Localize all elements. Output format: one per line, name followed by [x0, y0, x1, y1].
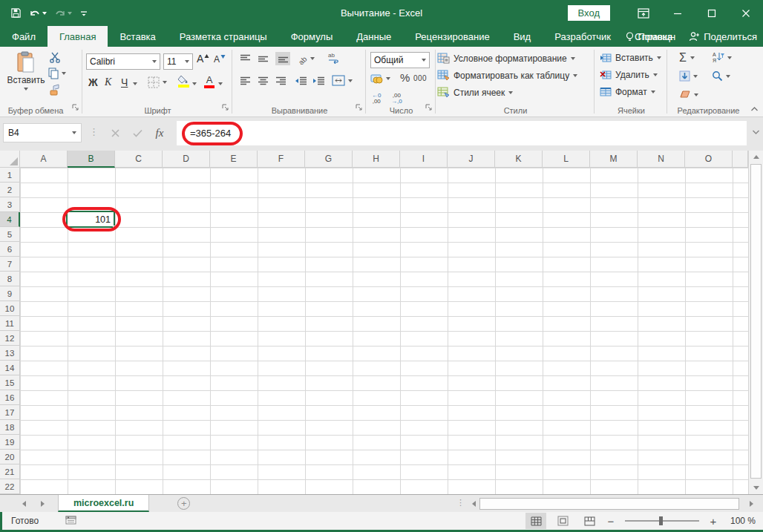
row-header-22[interactable]: 22 [0, 479, 20, 494]
clear-button[interactable] [679, 90, 698, 99]
tab-файл[interactable]: Файл [0, 26, 48, 47]
row-header-20[interactable]: 20 [0, 450, 20, 464]
tab-рецензирование[interactable]: Рецензирование [403, 26, 501, 47]
next-sheet-icon[interactable] [41, 501, 45, 507]
accounting-format-button[interactable] [370, 73, 390, 84]
row-header-9[interactable]: 9 [0, 286, 20, 301]
autosum-button[interactable]: Σ [679, 51, 695, 65]
vertical-scrollbar[interactable] [748, 151, 763, 494]
comma-style-button[interactable]: 000 [413, 74, 427, 82]
undo-button[interactable] [29, 8, 47, 19]
column-header-B[interactable]: B [68, 151, 115, 168]
font-size-select[interactable]: 11 [163, 53, 193, 70]
column-header-I[interactable]: I [400, 151, 448, 168]
decrease-indent-button[interactable] [295, 76, 307, 85]
align-bottom-button[interactable] [275, 52, 290, 65]
column-header-H[interactable]: H [353, 151, 400, 168]
underline-button[interactable]: Ч [121, 76, 128, 88]
conditional-formatting-dropdown-icon[interactable] [571, 57, 575, 60]
macro-record-icon[interactable] [65, 515, 76, 527]
clear-dropdown-icon[interactable] [694, 93, 698, 96]
row-header-17[interactable]: 17 [0, 405, 20, 420]
increase-indent-button[interactable] [312, 76, 325, 85]
column-header-M[interactable]: M [590, 151, 638, 168]
column-header-C[interactable]: C [115, 151, 163, 168]
column-header-J[interactable]: J [448, 151, 495, 168]
row-header-13[interactable]: 13 [0, 346, 20, 361]
shrink-font-button[interactable]: А [214, 54, 226, 65]
font-color-dropdown-icon[interactable] [218, 82, 223, 85]
column-header-partial[interactable] [733, 151, 748, 168]
scroll-up-icon[interactable] [749, 151, 763, 163]
borders-button[interactable] [148, 76, 167, 88]
fill-button[interactable] [679, 70, 698, 82]
column-header-A[interactable]: A [20, 151, 68, 168]
tab-scroll-splitter[interactable]: ⋮ [456, 498, 465, 508]
column-header-O[interactable]: O [685, 151, 733, 168]
format-as-table-dropdown-icon[interactable] [573, 74, 577, 77]
prev-sheet-icon[interactable] [22, 501, 26, 507]
align-center-button[interactable] [258, 76, 269, 85]
vertical-scroll-thumb[interactable] [750, 164, 762, 479]
cell-styles-dropdown-icon[interactable] [508, 91, 513, 94]
page-break-preview-button[interactable] [579, 513, 600, 529]
row-header-1[interactable]: 1 [0, 168, 20, 183]
row-header-18[interactable]: 18 [0, 420, 20, 435]
minimize-button[interactable] [661, 0, 695, 26]
share-button[interactable]: Поделиться [689, 31, 757, 42]
column-header-D[interactable]: D [163, 151, 210, 168]
name-box[interactable]: B4 [3, 123, 82, 142]
zoom-out-button[interactable]: − [606, 515, 616, 528]
zoom-level-label[interactable]: 100 % [724, 516, 756, 526]
format-painter-button[interactable] [49, 84, 61, 96]
scroll-right-icon[interactable] [745, 497, 757, 510]
borders-dropdown-icon[interactable] [163, 81, 167, 84]
conditional-formatting-button[interactable]: Условное форматирование [437, 53, 575, 64]
column-header-F[interactable]: F [258, 151, 305, 168]
bold-button[interactable]: Ж [88, 76, 98, 88]
format-as-table-button[interactable]: Форматировать как таблицу [437, 70, 577, 81]
ribbon-display-options-icon[interactable] [626, 0, 661, 26]
delete-cells-button[interactable]: Удалить [600, 70, 658, 80]
sort-filter-button[interactable]: АЯ [712, 51, 732, 64]
sheet-tab-active[interactable]: microexcel.ru [58, 495, 149, 512]
tell-me-button[interactable]: Помощн [625, 31, 676, 42]
align-middle-button[interactable] [258, 54, 269, 63]
number-format-select[interactable]: Общий [370, 52, 430, 68]
column-header-E[interactable]: E [210, 151, 258, 168]
column-header-K[interactable]: K [495, 151, 543, 168]
cells-area[interactable]: 101 [20, 168, 748, 494]
find-select-button[interactable] [712, 70, 730, 82]
find-select-dropdown-icon[interactable] [726, 75, 730, 78]
row-header-4[interactable]: 4 [0, 212, 20, 227]
tab-главная[interactable]: Главная [48, 26, 108, 47]
copy-button[interactable] [48, 68, 66, 79]
insert-function-button[interactable]: fx [150, 123, 169, 142]
row-header-14[interactable]: 14 [0, 361, 20, 375]
align-left-button[interactable] [240, 76, 251, 85]
tab-формулы[interactable]: Формулы [279, 26, 345, 47]
row-header-2[interactable]: 2 [0, 183, 20, 197]
fill-color-dropdown-icon[interactable] [192, 82, 197, 85]
normal-view-button[interactable] [525, 513, 546, 529]
row-header-16[interactable]: 16 [0, 390, 20, 405]
maximize-button[interactable] [695, 0, 729, 26]
zoom-slider[interactable] [625, 520, 699, 522]
grow-font-button[interactable]: А [197, 53, 209, 65]
tab-разметка-страницы[interactable]: Разметка страницы [168, 26, 279, 47]
row-header-21[interactable]: 21 [0, 464, 20, 479]
insert-cells-button[interactable]: Вставить [600, 53, 661, 63]
percent-style-button[interactable]: % [400, 71, 410, 84]
expand-formula-bar-icon[interactable] [752, 128, 760, 137]
format-cells-dropdown-icon[interactable] [651, 91, 655, 93]
delete-cells-dropdown-icon[interactable] [653, 73, 658, 76]
paste-dropdown-icon[interactable] [24, 88, 28, 91]
alignment-dialog-launcher-icon[interactable] [356, 103, 363, 114]
font-dialog-launcher-icon[interactable] [222, 103, 229, 114]
wrap-text-button[interactable]: ab [327, 51, 340, 64]
align-top-button[interactable] [240, 54, 251, 63]
row-header-7[interactable]: 7 [0, 257, 20, 272]
sort-filter-dropdown-icon[interactable] [727, 56, 732, 59]
tab-вставка[interactable]: Вставка [108, 26, 167, 47]
fill-color-button[interactable] [177, 75, 189, 88]
